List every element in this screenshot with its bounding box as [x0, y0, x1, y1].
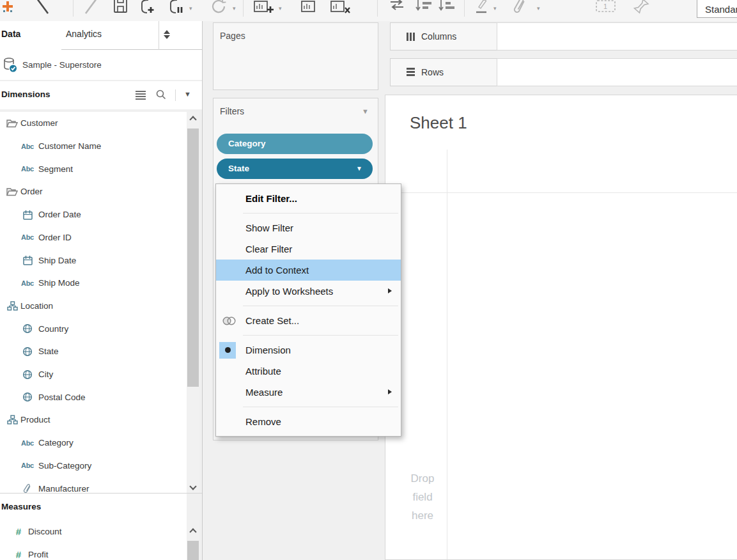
- add-datasource-button[interactable]: [137, 0, 156, 19]
- tab-analytics[interactable]: Analytics: [66, 29, 102, 39]
- field-product[interactable]: Product: [0, 408, 187, 432]
- pause-auto-updates-button[interactable]: [166, 0, 184, 19]
- duplicate-sheet-button[interactable]: [300, 0, 318, 19]
- header-separator: [175, 89, 176, 101]
- field-sub-category[interactable]: Abc Sub-Category: [0, 455, 187, 478]
- undo-button[interactable]: [33, 0, 51, 19]
- svg-text:1: 1: [603, 3, 607, 10]
- radio-selected-icon: [219, 342, 236, 359]
- field-state[interactable]: State: [0, 340, 187, 363]
- toolbar-separator: [243, 0, 244, 17]
- calendar-icon: [17, 255, 38, 265]
- menu-separator: [243, 306, 398, 306]
- field-customer-name[interactable]: Abc Customer Name: [0, 135, 187, 158]
- menu-separator: [243, 213, 398, 214]
- field-location[interactable]: Location: [0, 295, 187, 318]
- scroll-up-icon[interactable]: [189, 116, 196, 123]
- abc-icon: Abc: [17, 462, 38, 469]
- show-mark-labels-button[interactable]: 1: [594, 0, 617, 19]
- menu-item-show-filter[interactable]: Show Filter: [216, 217, 401, 238]
- folder-icon: [4, 187, 20, 196]
- field-city[interactable]: City: [0, 363, 187, 386]
- pane-divider-horizontal: [385, 192, 737, 193]
- submenu-arrow-icon: [388, 389, 392, 394]
- field-manufacturer[interactable]: Manufacturer: [0, 477, 187, 493]
- measures-header: Measures: [1, 502, 41, 511]
- field-category[interactable]: Abc Category: [0, 432, 187, 455]
- view-as-list-icon[interactable]: [136, 91, 146, 101]
- save-button[interactable]: [112, 0, 129, 19]
- dimensions-scrollbar[interactable]: [187, 112, 199, 493]
- chevron-down-icon[interactable]: ▼: [362, 107, 369, 115]
- field-profit[interactable]: # Profit: [0, 543, 187, 560]
- field-segment[interactable]: Abc Segment: [0, 157, 187, 180]
- globe-icon: [17, 346, 38, 357]
- chevron-down-icon[interactable]: ▼: [356, 159, 362, 179]
- dimensions-list: Customer Abc Customer Name Abc Segment O…: [0, 112, 187, 493]
- field-customer[interactable]: Customer: [0, 112, 187, 135]
- rows-shelf[interactable]: [497, 58, 737, 86]
- worksheet-canvas[interactable]: Sheet 1 Drop field here: [385, 95, 737, 560]
- menu-item-dimension[interactable]: Dimension: [216, 339, 401, 361]
- menu-item-add-to-context[interactable]: Add to Context: [216, 260, 401, 281]
- tab-separator: [159, 21, 159, 50]
- fit-dropdown[interactable]: Standard: [697, 0, 737, 18]
- dropdown-caret-icon[interactable]: ▾: [279, 5, 282, 12]
- new-worksheet-button[interactable]: [253, 0, 275, 19]
- updown-sort-icon[interactable]: [164, 30, 171, 39]
- filter-context-menu: Edit Filter... Show Filter Clear Filter …: [215, 183, 401, 437]
- measures-scrollbar[interactable]: [187, 520, 199, 560]
- sort-descending-button[interactable]: [437, 0, 456, 19]
- field-discount[interactable]: # Discount: [0, 520, 187, 543]
- field-order-date[interactable]: Order Date: [0, 203, 187, 226]
- set-icon: [222, 315, 237, 329]
- filter-pill-category[interactable]: Category: [217, 134, 373, 154]
- menu-item-remove[interactable]: Remove: [216, 411, 401, 432]
- field-country[interactable]: Country: [0, 317, 187, 340]
- menu-item-clear-filter[interactable]: Clear Filter: [216, 238, 401, 260]
- field-order-id[interactable]: Abc Order ID: [0, 226, 187, 249]
- menu-item-measure[interactable]: Measure: [216, 382, 401, 403]
- pages-card[interactable]: Pages: [213, 22, 378, 90]
- hierarchy-icon: [4, 301, 20, 311]
- field-order[interactable]: Order: [0, 180, 187, 203]
- redo-button[interactable]: [82, 0, 100, 19]
- measures-header-row: Measures: [0, 494, 187, 520]
- chevron-down-icon[interactable]: ▼: [184, 90, 191, 98]
- scroll-down-icon[interactable]: [189, 483, 196, 490]
- scrollbar-thumb[interactable]: [187, 541, 199, 560]
- group-members-button[interactable]: [513, 0, 528, 19]
- menu-item-attribute[interactable]: Attribute: [216, 361, 401, 382]
- dropdown-caret-icon[interactable]: ▾: [537, 5, 540, 12]
- menu-separator: [243, 335, 398, 336]
- drop-field-hint: Drop field here: [403, 469, 442, 525]
- clear-sheet-button[interactable]: [330, 0, 352, 19]
- field-ship-date[interactable]: Ship Date: [0, 249, 187, 272]
- database-icon: [3, 57, 17, 73]
- refresh-data-button[interactable]: [210, 0, 229, 19]
- datasource-name: Sample - Superstore: [22, 60, 102, 70]
- tab-data[interactable]: Data: [1, 29, 20, 39]
- menu-item-edit-filter[interactable]: Edit Filter...: [216, 188, 401, 209]
- filter-pill-state[interactable]: State ▼: [217, 159, 373, 179]
- dimensions-header: Dimensions: [1, 89, 50, 99]
- search-icon[interactable]: [155, 89, 167, 103]
- menu-item-create-set[interactable]: Create Set...: [216, 310, 401, 331]
- globe-icon: [17, 392, 38, 402]
- globe-icon: [17, 323, 38, 334]
- dropdown-caret-icon[interactable]: ▾: [189, 5, 192, 12]
- scrollbar-thumb[interactable]: [187, 128, 199, 387]
- dropdown-caret-icon[interactable]: ▾: [233, 5, 236, 12]
- scroll-up-icon[interactable]: [189, 528, 196, 535]
- datasource-item[interactable]: Sample - Superstore: [0, 50, 202, 81]
- field-ship-mode[interactable]: Abc Ship Mode: [0, 272, 187, 295]
- menu-item-apply-to-worksheets[interactable]: Apply to Worksheets: [216, 281, 401, 302]
- columns-shelf[interactable]: [497, 22, 737, 51]
- swap-rows-columns-button[interactable]: [387, 0, 407, 19]
- number-icon: #: [9, 526, 28, 537]
- sort-ascending-button[interactable]: [414, 0, 433, 19]
- fix-axes-button[interactable]: [632, 0, 651, 19]
- dropdown-caret-icon[interactable]: ▾: [493, 5, 497, 12]
- field-postal-code[interactable]: Postal Code: [0, 385, 187, 408]
- highlight-button[interactable]: [473, 0, 490, 19]
